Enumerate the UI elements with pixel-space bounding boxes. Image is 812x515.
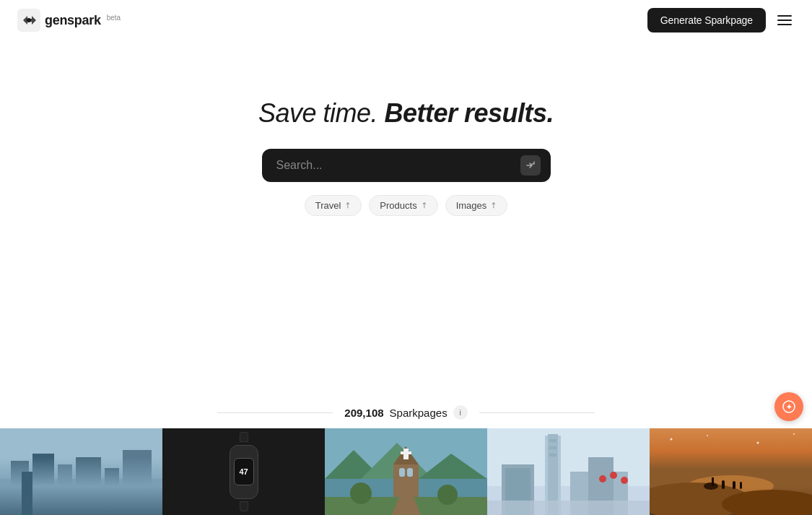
svg-rect-30 (325, 497, 487, 515)
svg-rect-13 (43, 498, 46, 503)
card-urban[interactable] (0, 428, 162, 515)
band-strap-bottom (240, 501, 248, 511)
svg-point-10 (42, 485, 59, 502)
chip-products-arrow-icon: ↗ (418, 200, 429, 212)
svg-point-1 (27, 18, 31, 22)
svg-point-56 (704, 482, 718, 490)
svg-rect-55 (740, 482, 742, 489)
svg-point-17 (64, 490, 66, 493)
genspark-logo-icon (17, 9, 40, 32)
svg-text:✦: ✦ (786, 403, 793, 411)
sparkpages-header: 209,108 Sparkpages i (0, 405, 812, 420)
sparkpages-count-label: Sparkpages (390, 407, 448, 419)
logo-area: genspark beta (17, 9, 121, 32)
hero-title-italic: Save time. (258, 98, 377, 128)
sparkpages-count-area: 209,108 Sparkpages i (344, 405, 467, 420)
card-desert[interactable] (650, 428, 812, 515)
svg-rect-12 (0, 501, 162, 515)
hero-title-bold: Better results. (385, 98, 554, 128)
hero-section: Save time. Better results. Travel ↗ Prod… (0, 40, 812, 216)
sparkpages-section: 209,108 Sparkpages i (0, 405, 812, 515)
card-fitness-band[interactable]: 47 (162, 428, 325, 515)
card-city-skyline[interactable] (487, 428, 650, 515)
chip-travel-label: Travel (315, 200, 341, 211)
svg-rect-37 (549, 439, 556, 442)
search-input[interactable] (262, 149, 551, 182)
svg-rect-29 (407, 468, 413, 477)
chip-products[interactable]: Products ↗ (369, 195, 437, 216)
menu-icon (777, 15, 792, 17)
svg-point-46 (610, 472, 617, 479)
chips-row: Travel ↗ Products ↗ Images ↗ (305, 195, 508, 216)
svg-point-31 (350, 482, 372, 504)
svg-rect-7 (76, 457, 101, 515)
svg-rect-39 (549, 454, 556, 456)
svg-rect-44 (487, 501, 650, 515)
fitness-band-image: 47 (222, 439, 266, 504)
svg-rect-4 (11, 461, 29, 515)
svg-rect-28 (399, 468, 405, 477)
generate-sparkpage-button[interactable]: Generate Sparkpage (647, 8, 766, 33)
beta-badge: beta (107, 14, 121, 22)
divider-right (479, 412, 595, 413)
svg-rect-14 (94, 498, 96, 503)
svg-point-32 (437, 485, 458, 505)
header-right: Generate Sparkpage (647, 8, 795, 33)
svg-rect-24 (393, 464, 419, 515)
svg-point-47 (621, 477, 628, 484)
search-container (262, 149, 551, 182)
search-enter-icon[interactable] (520, 155, 541, 176)
svg-point-11 (65, 490, 79, 504)
svg-point-59 (707, 435, 708, 436)
divider-left (217, 412, 333, 413)
sparkpages-count-number: 209,108 (344, 407, 383, 419)
card-church[interactable] (325, 428, 487, 515)
menu-button[interactable] (774, 12, 795, 28)
svg-rect-9 (123, 450, 152, 515)
chip-images-arrow-icon: ↗ (488, 200, 499, 212)
svg-point-18 (100, 493, 102, 496)
hero-title: Save time. Better results. (258, 98, 554, 129)
band-screen: 47 (234, 458, 254, 485)
svg-rect-38 (549, 446, 556, 449)
chip-products-label: Products (380, 200, 416, 211)
menu-icon (777, 20, 792, 21)
svg-rect-53 (722, 480, 725, 489)
svg-rect-8 (105, 468, 119, 515)
menu-icon (777, 24, 792, 25)
svg-rect-54 (733, 481, 735, 489)
svg-point-61 (793, 433, 795, 435)
svg-rect-15 (112, 498, 114, 503)
svg-rect-6 (58, 464, 72, 515)
chat-float-button[interactable]: ✦ (774, 392, 803, 421)
band-body: 47 (230, 445, 258, 499)
logo-text: genspark (45, 13, 101, 28)
svg-rect-27 (401, 451, 411, 454)
band-strap-top (240, 432, 248, 442)
header: genspark beta Generate Sparkpage (0, 0, 812, 40)
chip-images-label: Images (456, 200, 487, 211)
svg-rect-5 (32, 454, 54, 515)
chip-travel-arrow-icon: ↗ (342, 200, 354, 212)
chip-images[interactable]: Images ↗ (445, 195, 508, 216)
svg-rect-57 (712, 477, 714, 486)
sparkpages-info-icon[interactable]: i (453, 405, 468, 420)
svg-point-58 (671, 438, 673, 441)
svg-point-16 (27, 490, 30, 493)
svg-point-60 (757, 442, 759, 444)
svg-point-45 (599, 475, 606, 482)
chip-travel[interactable]: Travel ↗ (305, 195, 362, 216)
cards-row: 47 (0, 428, 812, 515)
